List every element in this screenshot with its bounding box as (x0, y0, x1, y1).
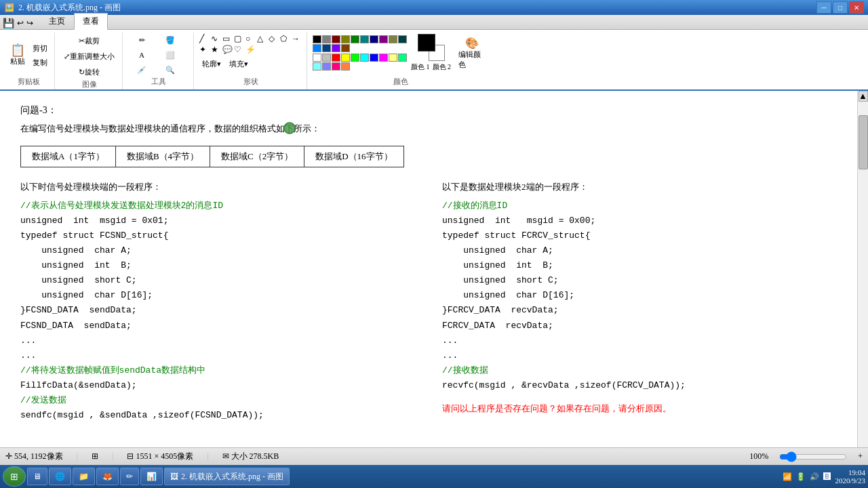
triangle-shape[interactable]: △ (257, 34, 268, 44)
palette-color-row1-5[interactable] (360, 35, 369, 43)
scroll-up-button[interactable]: ▲ (859, 91, 868, 102)
table-header-d: 数据域D（16字节） (304, 146, 403, 167)
right-code-column: 以下是数据处理模块2端的一段程序： //接收的消息ID unsigned int… (442, 181, 837, 423)
right-code-header: 以下是数据处理模块2端的一段程序： (442, 181, 837, 193)
palette-color-row2-10[interactable] (313, 62, 321, 70)
active-window-button[interactable]: 🖼 2. 机载嵌入式系统.png - 画图 (164, 468, 290, 485)
copy-button[interactable]: 复制 (30, 56, 50, 69)
palette-color-row1-11[interactable] (322, 44, 331, 52)
paste-icon: 📋 (10, 44, 25, 56)
palette-color-row1-3[interactable] (341, 35, 350, 43)
star4-shape[interactable]: ✦ (199, 45, 210, 55)
left-code-line-10: ... (20, 348, 415, 363)
palette-color-row1-6[interactable] (370, 35, 378, 43)
zoom-in-button[interactable]: + (858, 451, 863, 462)
callout-shape[interactable]: 💬 (222, 45, 233, 55)
app-button-1[interactable]: 🖥 (27, 468, 47, 485)
app-button-4[interactable]: 🦊 (96, 468, 119, 485)
palette-color-row1-9[interactable] (398, 35, 407, 43)
crop-button[interactable]: ✂ 裁剪 (75, 34, 103, 48)
tab-view[interactable]: 查看 (74, 13, 108, 30)
right-code-line-10: ... (442, 348, 837, 363)
resize-button[interactable]: ⤢ 重新调整大小 (60, 49, 118, 64)
edit-colors-icon: 🎨 (465, 37, 479, 49)
palette-color-row2-13[interactable] (341, 62, 350, 70)
app-button-6[interactable]: 📊 (140, 468, 163, 485)
palette-color-row2-1[interactable] (322, 54, 331, 62)
rotate-button[interactable]: ↻ 旋转 (75, 65, 103, 79)
lightning-shape[interactable]: ⚡ (245, 45, 256, 55)
arrow-shape[interactable]: → (292, 34, 302, 44)
ribbon-group-image: ✂ 裁剪 ⤢ 重新调整大小 ↻ 旋转 图像 (56, 33, 123, 89)
palette-color-row1-4[interactable] (351, 35, 359, 43)
app-button-3[interactable]: 📁 (73, 468, 95, 485)
palette-color-row2-11[interactable] (322, 62, 331, 70)
paste-button[interactable]: 📋 粘贴 (7, 42, 28, 68)
color1-swatch[interactable] (418, 34, 435, 52)
palette-color-row2-7[interactable] (379, 54, 388, 62)
color2-label: 颜色 2 (433, 62, 452, 72)
pentagon-shape[interactable]: ⬠ (280, 34, 291, 44)
quick-undo-icon[interactable]: ↩ (17, 18, 24, 28)
clipboard-buttons: 📋 粘贴 剪切 复制 (7, 34, 50, 77)
curve-shape[interactable]: ∿ (211, 34, 222, 44)
rect-shape[interactable]: ▭ (222, 34, 233, 44)
palette-color-row2-6[interactable] (370, 54, 378, 62)
right-code-line-11: //接收数据 (442, 363, 837, 378)
round-rect-shape[interactable]: ▢ (234, 34, 245, 44)
palette-color-row2-8[interactable] (389, 54, 397, 62)
palette-color-row1-8[interactable] (389, 35, 397, 43)
palette-color-row1-12[interactable] (332, 44, 340, 52)
palette-color-row1-7[interactable] (379, 35, 388, 43)
quick-save-icon[interactable]: 💾 (3, 18, 14, 29)
window-controls: ─ □ ✕ (816, 1, 864, 14)
app-button-5[interactable]: ✏ (120, 468, 139, 485)
line-shape[interactable]: ╱ (199, 34, 210, 44)
diamond-shape[interactable]: ◇ (269, 34, 279, 44)
palette-color-row2-4[interactable] (351, 54, 359, 62)
palette-color-row1-0[interactable] (313, 35, 321, 43)
start-button[interactable]: ⊞ (3, 466, 26, 487)
quick-redo-icon[interactable]: ↪ (26, 18, 33, 28)
palette-color-row1-10[interactable] (313, 44, 321, 52)
app5-icon: ✏ (126, 472, 133, 482)
palette-color-row2-3[interactable] (341, 54, 350, 62)
palette-color-row1-2[interactable] (332, 35, 340, 43)
active-window-icon: 🖼 (170, 472, 178, 482)
scroll-thumb[interactable] (859, 115, 868, 169)
app-button-2[interactable]: 🌐 (49, 468, 71, 485)
star5-shape[interactable]: ★ (211, 45, 222, 55)
heart-shape[interactable]: ♡ (234, 45, 245, 55)
maximize-button[interactable]: □ (833, 1, 848, 14)
edit-colors-button[interactable]: 🎨 编辑颜色 (455, 35, 489, 72)
palette-color-row1-13[interactable] (341, 44, 350, 52)
vertical-scrollbar[interactable]: ▲ (857, 91, 868, 447)
cut-button[interactable]: 剪切 (30, 42, 50, 55)
palette-color-row2-2[interactable] (332, 54, 340, 62)
minimize-button[interactable]: ─ (816, 1, 831, 14)
file-size: ✉ 大小 278.5KB (222, 451, 279, 462)
table-header-a: 数据域A（1字节） (21, 146, 116, 167)
left-code-block: //表示从信号处理模块发送数据处理模块2的消息ID unsigned int m… (20, 199, 415, 423)
text-button[interactable]: A (128, 49, 155, 61)
palette-color-row2-9[interactable] (398, 54, 407, 62)
palette-color-row2-5[interactable] (360, 54, 369, 62)
fill-button[interactable]: 🪣 (157, 34, 184, 47)
table-header-b: 数据域B（4字节） (115, 146, 210, 167)
palette-color-row2-0[interactable] (313, 54, 321, 62)
eraser-button[interactable]: ⬜ (157, 49, 184, 62)
zoom-slider[interactable] (779, 452, 847, 462)
palette-color-row1-1[interactable] (322, 35, 331, 43)
zoom-button[interactable]: 🔍 (157, 64, 184, 77)
fill-style-button[interactable]: 填充▾ (226, 58, 251, 70)
right-code-line-5: unsigned short C; (442, 273, 837, 288)
outline-button[interactable]: 轮廓▾ (199, 58, 224, 70)
titlebar: 🖼️ 2. 机载嵌入式系统.png - 画图 ─ □ ✕ (0, 0, 868, 15)
right-code-block: //接收的消息ID unsigned int msgid = 0x00; typ… (442, 199, 837, 393)
color-picker-button[interactable]: 💉 (128, 64, 155, 77)
pencil-button[interactable]: ✏ (128, 34, 155, 47)
tab-home[interactable]: 主页 (40, 13, 74, 29)
ellipse-shape[interactable]: ○ (245, 34, 256, 44)
close-button[interactable]: ✕ (849, 1, 864, 14)
palette-color-row2-12[interactable] (332, 62, 340, 70)
